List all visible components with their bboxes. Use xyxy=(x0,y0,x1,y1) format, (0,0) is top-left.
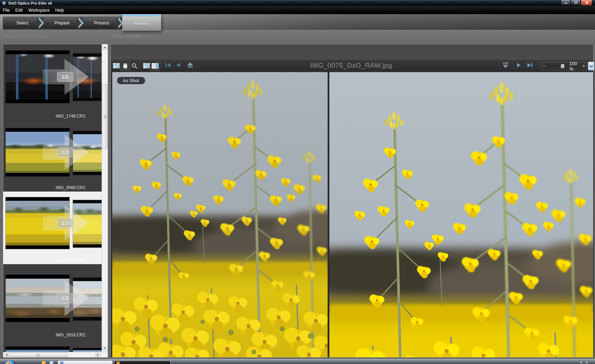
viewed-filename: IMG_0075_DxO_RAW.jpg xyxy=(310,62,392,69)
tab-review[interactable]: Review xyxy=(122,14,161,31)
header-band: Processed Images: View Image xyxy=(0,30,595,44)
quicklaunch-icon[interactable] xyxy=(50,361,53,364)
sidebar-horizontal-scrollbar[interactable] xyxy=(3,352,108,357)
scroll-left-button[interactable] xyxy=(4,353,9,357)
split-view-icon[interactable] xyxy=(151,61,160,70)
zoom-in-button[interactable]: + xyxy=(582,63,585,69)
scroll-right-button[interactable] xyxy=(95,353,100,357)
pan-hand-icon[interactable] xyxy=(121,61,130,70)
thumbnail-filename: IMG_0068.CR2 xyxy=(35,185,106,190)
chevron-down-icon xyxy=(589,64,593,67)
window-title: DxO Optics Pro Elite v5 xyxy=(8,1,52,5)
windows-taskbar xyxy=(0,359,595,364)
toolbar-separator xyxy=(539,62,539,70)
start-button[interactable] xyxy=(5,360,16,364)
menu-workspace[interactable]: Workspace xyxy=(28,8,50,13)
toolbar-separator xyxy=(140,62,141,70)
image-pane-processed[interactable] xyxy=(329,72,593,357)
tab-select[interactable]: Select xyxy=(4,17,41,29)
zoom-slider-handle[interactable] xyxy=(561,64,565,68)
taskbar-app-icon xyxy=(60,362,63,364)
view-image-title: View Image xyxy=(111,33,142,40)
next-image-icon[interactable] xyxy=(517,63,521,68)
zoom-out-button[interactable]: − xyxy=(543,63,545,69)
first-image-icon[interactable] xyxy=(165,63,171,68)
list-item[interactable]: 1/2 IMG_1618.CR2 xyxy=(3,264,102,337)
scroll-up-icon xyxy=(103,46,106,48)
minimize-button[interactable] xyxy=(561,0,571,5)
workflow-strip: Select Prepare Process Review flickr LR xyxy=(0,14,595,30)
taskbar-button-active[interactable] xyxy=(114,360,171,364)
scroll-up-button[interactable] xyxy=(102,45,107,50)
zoom-control: − 100 % + xyxy=(541,62,587,70)
scroll-left-icon xyxy=(6,353,7,356)
quicklaunch-icon[interactable] xyxy=(42,361,46,364)
zoom-preset-dropdown[interactable] xyxy=(588,62,594,70)
version-badge: 1/2 xyxy=(57,147,73,157)
last-image-icon[interactable] xyxy=(527,63,533,68)
window-titlebar[interactable]: DxO Optics Pro Elite v5 xyxy=(0,0,595,6)
menu-help[interactable]: Help xyxy=(55,8,64,13)
menu-file[interactable]: File xyxy=(3,8,10,13)
workflow-tabs: Select Prepare Process Review xyxy=(3,17,161,29)
image-pane-original[interactable]: As Shot xyxy=(112,72,328,357)
as-shot-button[interactable]: As Shot xyxy=(117,76,146,85)
zoom-value: 100 % xyxy=(570,61,581,72)
single-view-icon[interactable] xyxy=(143,63,150,68)
taskbar-app-icon xyxy=(117,362,120,364)
tray-icon[interactable] xyxy=(586,362,588,363)
taskbar-button[interactable] xyxy=(58,360,113,364)
export-icon[interactable] xyxy=(187,62,193,68)
menu-bar: File Edit Workspace Help xyxy=(0,6,595,14)
zoom-slider-track[interactable] xyxy=(565,66,568,67)
photo-original xyxy=(112,72,328,357)
processed-images-panel: 1/2 IMG_1746.CR2 1/2 IMG_0068.CR2 1/2 IM… xyxy=(3,44,108,358)
thumbnail-partial-processed[interactable] xyxy=(73,348,102,352)
version-badge: 1/2 xyxy=(57,218,73,228)
tab-process[interactable]: Process xyxy=(83,17,120,29)
thumbnail-partial[interactable] xyxy=(6,347,69,352)
menu-edit[interactable]: Edit xyxy=(15,8,23,13)
horizontal-scroll-thumb[interactable] xyxy=(9,353,68,357)
scroll-right-icon xyxy=(97,353,99,356)
sidebar-vertical-scrollbar[interactable] xyxy=(102,44,108,352)
version-badge: 1/2 xyxy=(57,72,73,82)
minimize-icon xyxy=(565,3,567,4)
comparison-area: As Shot xyxy=(111,72,594,357)
scroll-grip-icon xyxy=(36,354,41,357)
scroll-down-icon xyxy=(103,347,106,349)
compare-reference-icon[interactable] xyxy=(113,63,120,68)
zoom-slider-track[interactable] xyxy=(547,66,561,67)
list-item[interactable]: 1/2 IMG_0068.CR2 xyxy=(3,119,102,192)
zoom-loupe-icon[interactable] xyxy=(131,63,138,69)
filmstrip-icon[interactable] xyxy=(503,62,509,68)
close-button[interactable] xyxy=(581,0,592,6)
maximize-icon xyxy=(574,1,577,4)
viewer-top-strip xyxy=(111,44,593,60)
thumbnail-filename: IMG_0075.CR2 xyxy=(35,258,106,263)
vertical-scroll-thumb[interactable] xyxy=(102,84,107,149)
tab-prepare[interactable]: Prepare xyxy=(43,17,81,29)
photo-processed xyxy=(329,72,593,357)
list-item-selected[interactable]: 1/2 IMG_0075.CR2 xyxy=(3,192,102,264)
tray-icon[interactable] xyxy=(580,362,582,363)
scroll-grip-icon xyxy=(104,115,107,119)
list-item[interactable]: 1/2 IMG_1746.CR2 xyxy=(3,44,102,119)
close-icon xyxy=(585,1,588,4)
processed-images-title: Processed Images: xyxy=(3,33,51,40)
thumbnail-filename: IMG_1618.CR2 xyxy=(35,332,106,337)
version-badge: 1/2 xyxy=(57,293,73,303)
app-icon xyxy=(2,1,6,5)
thumbnail-filename: IMG_1746.CR2 xyxy=(35,114,106,119)
maximize-button[interactable] xyxy=(571,0,580,5)
view-image-panel: − 100 % + IMG_0075_DxO_RAW.jpg As Shot xyxy=(110,44,594,358)
previous-image-icon[interactable] xyxy=(176,63,180,68)
scroll-down-button[interactable] xyxy=(102,346,107,351)
